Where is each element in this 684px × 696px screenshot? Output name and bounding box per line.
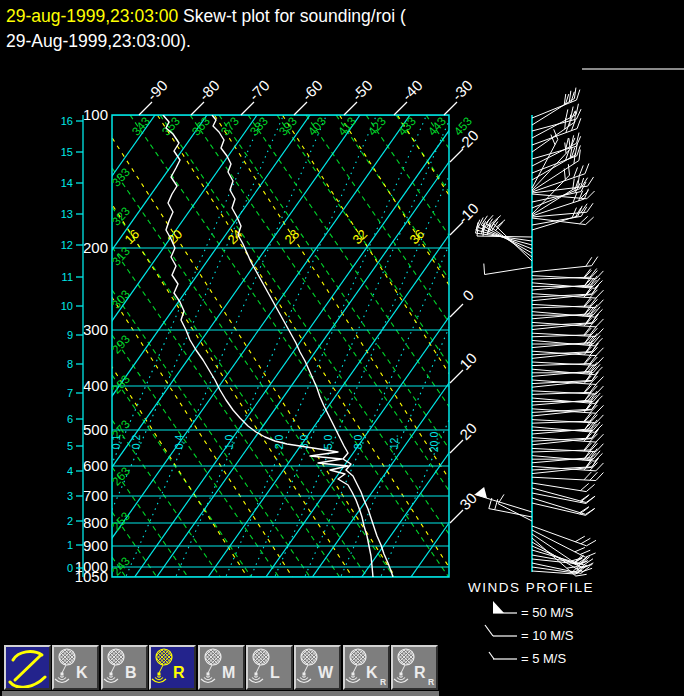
mixing-ratio-label: 0.1: [110, 435, 122, 450]
height-axis: 161514131211109876543210: [61, 115, 83, 577]
toolbar-button-letter: K: [76, 664, 88, 681]
winds-profile-label: WINDS PROFILE: [468, 580, 594, 595]
height-label: 15: [61, 146, 73, 158]
pressure-label: 700: [83, 487, 108, 504]
isotherm-label: -60: [298, 76, 325, 103]
pressure-label: 500: [83, 421, 108, 438]
height-label: 6: [67, 413, 73, 425]
isotherm-label: 10: [456, 349, 480, 373]
mixing-ratio-label: 0.4: [173, 435, 185, 450]
toolbar-button-m[interactable]: M: [198, 645, 245, 690]
isotherm-label: -50: [348, 76, 375, 103]
balloon-icon: W: [296, 647, 339, 688]
toolbar-button-letter: R: [414, 664, 426, 681]
height-label: 3: [67, 490, 73, 502]
height-label: 14: [61, 177, 73, 189]
pressure-label: 400: [83, 377, 108, 394]
moist-adiabat-label: 24: [224, 226, 245, 247]
mixing-ratio-labels: 0.10.20.41.02.03.05.08.012.20.0: [110, 432, 440, 453]
height-label: 5: [67, 440, 73, 452]
toolbar-button-letter: K: [366, 664, 378, 681]
wind-legend-label: = 10 M/S: [521, 628, 574, 643]
dry-adiabat-label: 353: [159, 114, 183, 138]
balloon-icon: KR: [345, 647, 388, 688]
moist-adiabat-label: 20: [164, 226, 185, 247]
height-label: 11: [62, 271, 73, 283]
script-z-icon: [6, 647, 49, 688]
dry-adiabat-label: 383: [247, 114, 271, 138]
toolbar-button-rr[interactable]: RR: [391, 645, 438, 690]
moist-adiabat-label: 36: [406, 226, 427, 247]
dewpoint-trace: [163, 115, 373, 577]
mixing-ratio-label: 1.0: [223, 435, 235, 450]
mixing-ratio-label: 20.0: [428, 432, 440, 453]
height-label: 8: [67, 358, 73, 370]
toolbar-button-letter: R: [173, 664, 185, 681]
toolbar-button-b[interactable]: B: [101, 645, 148, 690]
toolbar-button-l[interactable]: L: [246, 645, 293, 690]
dry-adiabat-label: 423: [365, 114, 389, 138]
height-label: 16: [61, 115, 73, 127]
mixing-ratio-label: 12.: [388, 435, 400, 450]
dry-adiabat-label: 343: [129, 114, 153, 138]
isotherm-label: -30: [448, 76, 475, 103]
temperature-trace: [212, 115, 393, 577]
isotherm-label: 0: [459, 286, 477, 304]
balloon-icon: RR: [393, 647, 436, 688]
skewt-chart: 1002003004005006007008009001000105016151…: [0, 0, 684, 696]
mixing-ratio-label: 0.2: [130, 435, 142, 450]
toolbar-bottom-strip: [2, 691, 439, 696]
height-label: 1: [67, 539, 73, 551]
mixing-ratio-label: 5.0: [322, 435, 334, 450]
balloon-icon: B: [103, 647, 146, 688]
toolbar: KBRMLWKRRR: [0, 643, 684, 696]
toolbar-button-letter: W: [318, 664, 334, 681]
height-label: 4: [67, 465, 73, 477]
height-label: 13: [61, 208, 73, 220]
mixing-ratio-label: 8.0: [352, 435, 364, 450]
moist-adiabat-label: 16: [121, 226, 142, 247]
toolbar-button-z[interactable]: [4, 645, 51, 690]
isotherm-label: -70: [245, 76, 272, 103]
isotherm-label: 30: [456, 489, 480, 513]
isotherm-label: 20: [456, 419, 480, 443]
pressure-label: 100: [83, 106, 108, 123]
isotherm-label: -80: [195, 76, 222, 103]
dry-adiabat-label: 373: [218, 114, 242, 138]
toolbar-button-w[interactable]: W: [294, 645, 341, 690]
toolbar-button-subscript: R: [380, 677, 386, 687]
pressure-label: 1050: [75, 568, 108, 585]
moist-adiabat-label: 32: [349, 226, 370, 247]
height-label: 2: [67, 515, 73, 527]
balloon-icon: M: [200, 647, 243, 688]
toolbar-button-kr[interactable]: KR: [343, 645, 390, 690]
isotherm-label: -90: [143, 76, 170, 103]
balloon-icon: R: [151, 647, 194, 688]
moist-adiabat-label: 28: [281, 226, 302, 247]
app-window: 29-aug-1999,23:03:00 Skew-t plot for sou…: [0, 0, 684, 696]
height-label: 0: [67, 562, 73, 574]
balloon-icon: L: [248, 647, 291, 688]
balloon-icon: K: [54, 647, 97, 688]
plot-frame: [112, 115, 449, 577]
pressure-label: 600: [83, 457, 108, 474]
height-label: 7: [67, 387, 73, 399]
wind-legend-label: = 50 M/S: [521, 605, 574, 620]
toolbar-button-letter: L: [270, 664, 280, 681]
toolbar-button-letter: M: [222, 664, 235, 681]
pressure-label: 200: [83, 239, 108, 256]
height-label: 12: [61, 239, 73, 251]
height-label: 9: [67, 329, 73, 341]
pressure-label: 900: [83, 537, 108, 554]
wind-profile: WINDS PROFILE= 50 M/S= 10 M/S= 5 M/S: [468, 88, 603, 666]
pressure-axis-labels: 10020030040050060070080090010001050: [75, 106, 108, 585]
isotherm-label: -40: [398, 76, 425, 103]
pressure-label: 800: [83, 514, 108, 531]
toolbar-button-k[interactable]: K: [52, 645, 99, 690]
toolbar-button-subscript: R: [428, 677, 434, 687]
toolbar-button-letter: B: [125, 664, 137, 681]
dry-adiabat-label: 413: [335, 114, 359, 138]
pressure-label: 300: [83, 321, 108, 338]
toolbar-button-r[interactable]: R: [149, 645, 196, 690]
height-label: 10: [61, 300, 73, 312]
